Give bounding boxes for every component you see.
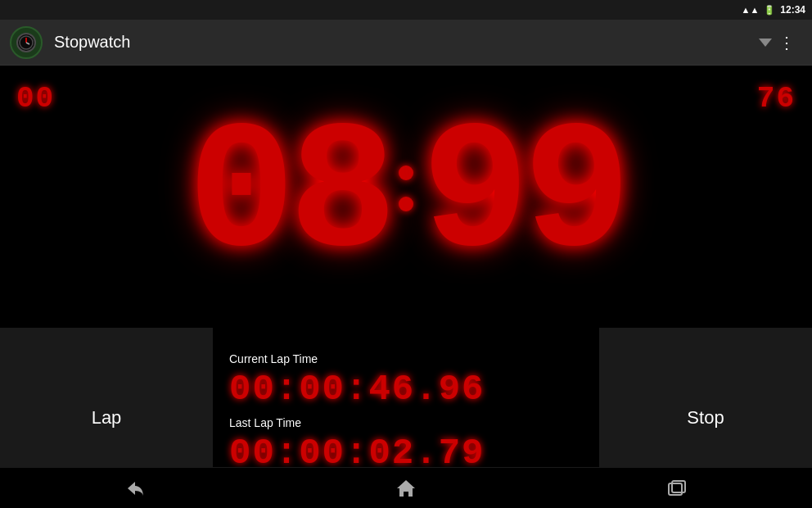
colon-dot-bottom [399, 197, 413, 211]
overflow-menu-button[interactable]: ⋮ [772, 29, 802, 56]
battery-icon: 🔋 [764, 5, 775, 16]
triangle-indicator [759, 39, 772, 47]
seconds-digit: 99 [422, 107, 625, 287]
nav-back-button[interactable] [111, 472, 160, 505]
nav-home-button[interactable] [381, 472, 431, 505]
main-time-display: 08 99 [187, 107, 625, 287]
app-icon-inner [16, 33, 36, 52]
status-time: 12:34 [780, 4, 805, 16]
small-digits-right: 76 [757, 82, 796, 116]
current-lap-label: Current Lap Time [229, 352, 583, 365]
status-bar: ▲▲ 🔋 12:34 [0, 0, 812, 20]
app-title: Stopwatch [54, 33, 752, 52]
wifi-icon: ▲▲ [742, 5, 760, 15]
current-lap-time: 00:00:46.96 [229, 369, 583, 410]
nav-recents-button[interactable] [652, 472, 701, 505]
minutes-digit: 08 [187, 107, 390, 287]
colon-separator [390, 166, 422, 211]
app-bar: Stopwatch ⋮ [0, 20, 812, 66]
last-lap-label: Last Lap Time [229, 416, 583, 429]
colon-dot-top [399, 166, 413, 180]
nav-bar [0, 467, 812, 508]
small-digits-left: 00 [16, 82, 55, 116]
main-content: 00 76 08 99 Lap Current Lap Time 00:00:4… [0, 66, 812, 508]
svg-line-2 [26, 43, 29, 44]
clock-display: 00 76 08 99 [0, 66, 812, 328]
app-icon [10, 26, 43, 59]
